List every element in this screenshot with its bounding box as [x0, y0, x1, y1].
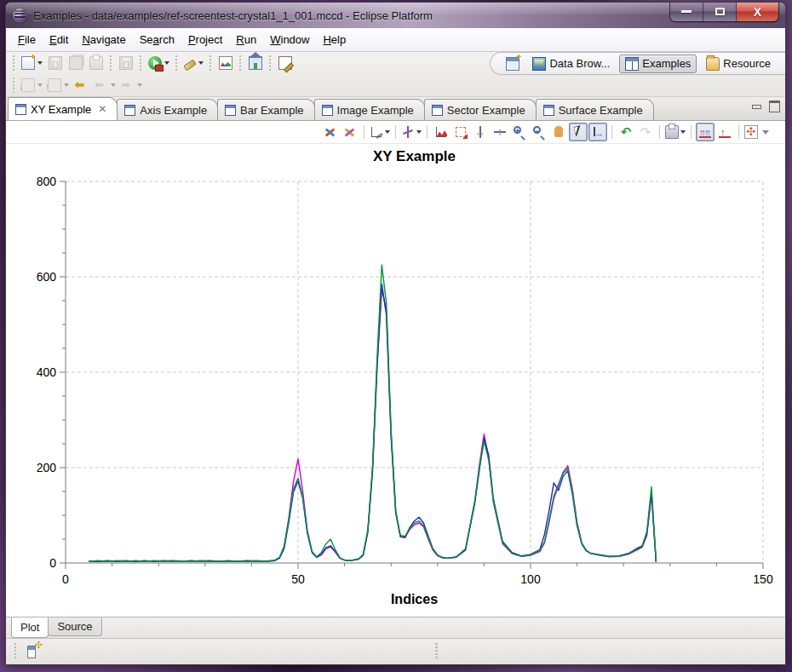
curve-glyph — [437, 130, 447, 136]
zoom-vertical-icon — [493, 125, 507, 139]
view-minmax — [751, 101, 780, 110]
menu-run[interactable]: Run — [229, 31, 263, 49]
tab-surface-example[interactable]: Surface Example — [536, 99, 654, 120]
pan-button[interactable] — [549, 123, 568, 141]
error-bar-button[interactable] — [400, 123, 422, 141]
zoom-vertical-button[interactable] — [491, 123, 509, 141]
external-tools-button[interactable] — [181, 54, 206, 72]
chevron-down-icon[interactable] — [762, 130, 769, 135]
open-perspective-button[interactable] — [502, 55, 523, 73]
tab-label: Image Example — [337, 104, 414, 117]
editor-tab-icon — [124, 105, 135, 116]
perspective-examples[interactable]: Examples — [619, 55, 697, 73]
maximize-view-icon[interactable] — [769, 101, 780, 110]
line-trace-button[interactable] — [369, 123, 391, 141]
autoscale-button[interactable] — [432, 123, 451, 141]
maximize-icon — [715, 8, 725, 15]
status-separator — [435, 643, 438, 660]
dropdown-arrow-icon[interactable] — [64, 83, 69, 87]
minimize-button[interactable] — [670, 3, 703, 21]
main-toolbar: Data Brow...ExamplesResource — [6, 52, 785, 97]
zoom-horizontal-button[interactable] — [471, 123, 490, 141]
menu-project[interactable]: Project — [181, 31, 229, 49]
perspective-data-brow---[interactable]: Data Brow... — [526, 55, 616, 73]
tab-bar-example[interactable]: Bar Example — [217, 99, 314, 120]
chart-wizard-button[interactable] — [215, 54, 236, 72]
form-icon — [278, 56, 292, 70]
dropdown-arrow-icon[interactable] — [164, 61, 169, 65]
print-plot-icon — [665, 125, 679, 139]
menu-window[interactable]: Window — [263, 31, 316, 49]
dropdown-arrow-icon[interactable] — [385, 130, 390, 134]
menu-bar: FileEditNavigateSearchProjectRunWindowHe… — [6, 28, 785, 52]
bottom-tab-source[interactable]: Source — [48, 617, 101, 636]
fast-view-icon[interactable] — [27, 646, 36, 658]
menu-edit[interactable]: Edit — [43, 31, 75, 49]
plot-toolbar-separator — [738, 125, 739, 139]
toolbar-grip — [12, 78, 16, 93]
prev-annotation-button — [45, 76, 72, 95]
tab-image-example[interactable]: Image Example — [314, 99, 425, 120]
toolbar-grip — [238, 55, 243, 71]
data-browsing-icon — [532, 57, 546, 71]
line-trace-icon — [370, 125, 383, 139]
save-image-icon — [119, 56, 133, 70]
tab-xy-example[interactable]: XY Example✕ — [8, 97, 118, 120]
forward-button — [118, 76, 145, 95]
form-button[interactable] — [275, 54, 296, 72]
resource-icon — [706, 57, 720, 71]
remote-console-button[interactable] — [743, 123, 770, 141]
dropdown-arrow-icon[interactable] — [37, 83, 43, 87]
window-title: Examples - data/examples/ref-screentest-… — [33, 9, 664, 22]
dropdown-arrow-icon[interactable] — [416, 130, 422, 134]
wrench-glyph — [376, 133, 383, 140]
run-example-button[interactable] — [146, 54, 172, 72]
tab-close-icon[interactable]: ✕ — [98, 103, 106, 115]
print-plot-button[interactable] — [664, 123, 686, 141]
new-wizard-button[interactable] — [19, 54, 45, 72]
autoscale-icon — [434, 125, 448, 139]
title-bar[interactable]: Examples - data/examples/ref-screentest-… — [6, 3, 785, 28]
zoom-rubberband-button[interactable] — [451, 123, 470, 141]
close-icon: X — [754, 5, 761, 19]
configure-settings-button[interactable] — [321, 123, 340, 141]
minimize-view-icon[interactable] — [751, 101, 762, 110]
dropdown-arrow-icon[interactable] — [137, 83, 142, 87]
dropdown-arrow-icon[interactable] — [680, 130, 686, 134]
last-edit-button[interactable] — [72, 76, 92, 95]
tab-sector-example[interactable]: Sector Example — [424, 99, 537, 120]
perspective-resource[interactable]: Resource — [700, 55, 777, 73]
undo-button[interactable] — [617, 123, 635, 141]
tab-axis-example[interactable]: Axis Example — [117, 99, 218, 120]
zoom-in-button[interactable]: + — [510, 123, 529, 141]
pointer-button[interactable] — [569, 123, 588, 141]
external-tools-icon — [183, 59, 196, 71]
xy-chart[interactable]: XY Example0501001500200400600800Indices — [6, 144, 785, 614]
annotation-tools-button[interactable] — [341, 123, 359, 141]
plot-canvas[interactable]: XY Example0501001500200400600800Indices — [6, 144, 785, 617]
remote-console-icon — [744, 125, 758, 139]
maximize-button[interactable] — [703, 3, 737, 21]
menu-help[interactable]: Help — [316, 31, 353, 49]
pan-icon — [552, 125, 565, 139]
dropdown-arrow-icon[interactable] — [198, 61, 204, 65]
menu-navigate[interactable]: Navigate — [75, 31, 132, 49]
pointer-icon — [571, 125, 585, 139]
perspective-label: Data Brow... — [549, 57, 610, 70]
toggle-indices-button[interactable] — [696, 123, 715, 141]
home-button[interactable] — [245, 54, 266, 72]
back-button — [92, 76, 118, 95]
axis-zoom-button[interactable] — [588, 123, 607, 141]
menu-file[interactable]: File — [11, 31, 43, 49]
forward-icon — [121, 78, 135, 92]
menu-search[interactable]: Search — [133, 31, 181, 49]
dropdown-arrow-icon[interactable] — [111, 83, 116, 87]
magnifier-handle — [540, 135, 545, 141]
close-button[interactable]: X — [737, 3, 778, 21]
next-annotation-icon — [21, 78, 35, 92]
bottom-tab-plot[interactable]: Plot — [11, 617, 49, 638]
zoom-out-button[interactable]: − — [530, 123, 548, 141]
dropdown-arrow-icon[interactable] — [37, 61, 43, 65]
toggle-single-button[interactable] — [715, 123, 734, 141]
toolbar-grip — [12, 55, 16, 71]
